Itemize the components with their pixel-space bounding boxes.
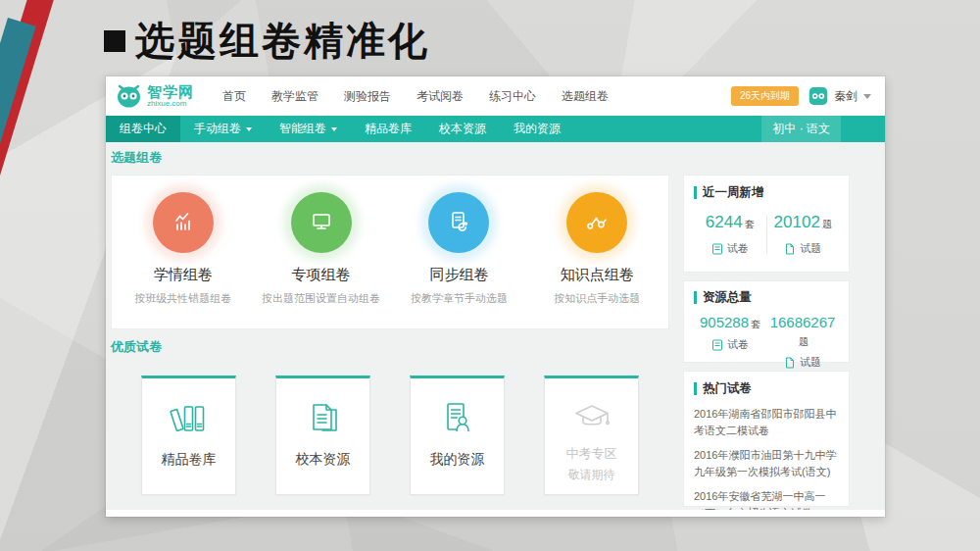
knowledge-graph-icon [566,192,627,253]
subnav-manual-assembly[interactable]: 手动组卷 [180,116,266,142]
card-premium-library[interactable]: 精品卷库 [141,376,236,495]
chevron-down-icon [331,127,337,131]
webpage-screenshot: 智学网 zhixue.com 首页 教学监管 测验报告 考试阅卷 练习中心 选题… [106,76,885,517]
logo-name: 智学网 [147,84,194,99]
accent-bar [694,291,697,304]
question-page-icon [784,243,796,255]
feature-label: 专项组卷 [255,266,388,284]
quality-cards-row: 精品卷库 校本资源 [111,362,669,510]
feature-circle [291,192,352,253]
total-questions-value: 16686267 [770,314,836,330]
card-zhongkao-zone: 中考专区 敬请期待 [544,376,639,495]
card-my-resources[interactable]: 我的资源 [410,376,505,495]
title-bullet-square [104,30,125,52]
grade-subject-selector[interactable]: 初中 · 语文 [761,116,841,142]
unit-tao: 套 [745,219,755,229]
feature-desc: 按知识点手动选题 [530,291,663,306]
weekly-new-title: 近一周新增 [703,184,764,201]
total-resources-panel: 资源总量 905288套 试卷 16686267题 试题 [683,280,850,363]
weekly-papers-stat: 6244套 试卷 [694,213,766,256]
weekly-papers-label: 试卷 [727,241,749,256]
total-resources-title-row: 资源总量 [694,289,839,306]
feature-sync-assembly[interactable]: 同步组卷 按教学章节手动选题 [392,192,525,306]
hot-paper-item[interactable]: 2016年湖南省邵阳市邵阳县中考语文二模试卷 [694,406,839,438]
chevron-down-icon[interactable] [863,94,871,99]
sync-doc-icon [428,192,489,253]
nav-practice-center[interactable]: 练习中心 [476,88,549,105]
unit-ti: 题 [822,219,832,229]
feature-circle [566,192,627,253]
nav-exam-marking[interactable]: 考试阅卷 [404,88,476,105]
nav-question-assembly[interactable]: 选题组卷 [549,88,621,105]
nav-teaching-supervision[interactable]: 教学监管 [259,88,331,105]
feature-label: 学情组卷 [117,266,250,284]
page-bottom-strip [106,510,885,517]
total-papers-label-row: 试卷 [694,337,766,352]
weekly-questions-stat: 20102题 试题 [767,213,840,256]
feature-label: 同步组卷 [392,266,525,284]
nav-home[interactable]: 首页 [210,88,259,105]
subnav-smart-assembly[interactable]: 智能组卷 [266,116,351,142]
total-questions-stat: 16686267题 试题 [766,314,839,370]
section-title-quality: 优质试卷 [111,338,669,356]
subnav-smart-assembly-label: 智能组卷 [279,121,326,137]
user-avatar[interactable] [808,86,828,106]
feature-desc: 按教学章节手动选题 [392,291,525,306]
paper-icon [711,339,723,351]
hot-papers-panel: 热门试卷 2016年湖南省邵阳市邵阳县中考语文二模试卷 2016年濮阳市油田第十… [683,371,850,507]
subnav-assembly-center[interactable]: 组卷中心 [106,116,180,142]
user-name[interactable]: 秦剑 [834,88,858,105]
card-label: 校本资源 [276,451,369,469]
logo-text: 智学网 zhixue.com [147,84,194,108]
sub-navbar: 组卷中心 手动组卷 智能组卷 精品卷库 校本资源 我的资源 初中 · 语文 [106,116,885,142]
chevron-down-icon [246,127,252,131]
weekly-papers-value: 6244 [706,213,743,231]
hot-papers-title-row: 热门试卷 [694,380,839,397]
subnav-school-resources[interactable]: 校本资源 [425,116,500,142]
unit-ti: 题 [799,336,808,347]
page-content: 选题组卷 学情组卷 按班级共性错题组卷 [106,142,885,510]
zhixue-logo[interactable]: 智学网 zhixue.com [116,83,194,109]
weekly-new-panel: 近一周新增 6244套 试卷 20102题 [683,175,850,273]
featured-panel: 学情组卷 按班级共性错题组卷 专项组卷 [111,175,669,329]
logo-domain: zhixue.com [147,100,194,108]
subnav-manual-assembly-label: 手动组卷 [194,121,241,137]
chart-icon [153,192,214,253]
weekly-new-title-row: 近一周新增 [694,184,839,201]
weekly-questions-label: 试题 [800,241,821,256]
books-icon [142,394,235,443]
total-papers-value: 905288 [700,314,749,330]
main-column: 选题组卷 学情组卷 按班级共性错题组卷 [111,149,669,510]
section-title-featured: 选题组卷 [111,149,669,167]
total-questions-label: 试题 [800,355,821,370]
subnav-my-resources[interactable]: 我的资源 [500,116,574,142]
subnav-premium-papers[interactable]: 精品卷库 [351,116,425,142]
feature-learning-analysis[interactable]: 学情组卷 按班级共性错题组卷 [117,192,250,306]
weekly-papers-label-row: 试卷 [694,241,766,256]
total-papers-label: 试卷 [727,337,749,352]
slide-title-text: 选题组卷精准化 [135,14,430,68]
paper-icon [711,243,723,255]
card-label: 精品卷库 [142,451,235,469]
accent-bar [694,382,697,395]
feature-knowledge-point[interactable]: 知识点组卷 按知识点手动选题 [530,192,663,306]
weekly-questions-label-row: 试题 [767,241,840,256]
total-papers-stat: 905288套 试卷 [694,314,766,370]
feature-special-topic[interactable]: 专项组卷 按出题范围设置自动组卷 [255,192,388,306]
feature-circle [428,192,489,253]
total-resources-title: 资源总量 [703,289,752,306]
weekly-stats: 6244套 试卷 20102题 试题 [694,213,839,256]
total-stats: 905288套 试卷 16686267题 试题 [694,314,839,370]
nav-test-report[interactable]: 测验报告 [331,88,404,105]
question-page-icon [784,357,796,369]
expiry-badge[interactable]: 26天内到期 [731,86,799,106]
slide-title: 选题组卷精准化 [104,14,430,68]
hot-paper-item[interactable]: 2016年濮阳市油田第十九中学九年级第一次模拟考试(语文) [694,447,839,479]
card-school-resources[interactable]: 校本资源 [275,376,370,495]
feature-label: 知识点组卷 [530,266,663,284]
card-label: 我的资源 [411,451,504,469]
owl-icon [116,83,142,109]
unit-tao: 套 [751,319,760,329]
card-label: 中考专区 [545,445,638,463]
feature-desc: 按班级共性错题组卷 [117,291,250,306]
